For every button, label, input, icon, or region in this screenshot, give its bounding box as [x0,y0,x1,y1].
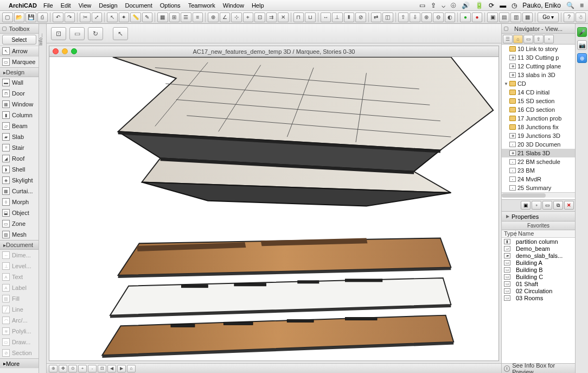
section-icon[interactable]: ⊘ [355,12,366,22]
tool-marquee[interactable]: ▭Marquee [0,56,39,67]
mark-green-icon[interactable]: ● [460,12,471,22]
tool-label[interactable]: ALabel [0,282,39,293]
tool-slab[interactable]: ▰Slab [0,131,39,142]
username[interactable]: Pauko, Eniko [522,2,561,9]
tool-section[interactable]: ⊘Section [0,347,39,358]
window2-icon[interactable]: ▤ [499,12,510,22]
window1-icon[interactable]: ▣ [487,12,498,22]
tool-zone[interactable]: ▭Zone [0,218,39,229]
battery-icon[interactable]: 🔋 [475,2,483,9]
wifi-icon[interactable]: ⦾ [451,2,456,9]
tool-skylight[interactable]: ◈Skylight [0,175,39,186]
nav-new-icon[interactable]: ▫ [532,201,541,210]
cut-icon[interactable]: ✂ [80,12,91,22]
window4-icon[interactable]: ▦ [522,12,533,22]
tool-arrow[interactable]: ↖Arrow [0,46,39,56]
undo-icon[interactable]: ↶ [53,12,63,22]
clock-icon[interactable]: ◷ [512,2,517,9]
go-button[interactable]: Go ▾ [538,12,559,22]
quick-cursor-icon[interactable]: ↖ [113,27,128,40]
elev-icon[interactable]: ⬍ [344,12,355,22]
tool-level[interactable]: ⊥Level... [0,261,39,271]
release-icon[interactable]: ⊖ [433,12,444,22]
tangent-icon[interactable]: ⌖ [243,12,254,22]
open-icon[interactable]: 📂 [14,12,25,22]
volume-icon[interactable]: 🔊 [462,2,470,9]
spotlight-icon[interactable]: 🔍 [566,2,574,9]
share-icon[interactable]: ⊕ [577,53,587,63]
bluetooth-icon[interactable]: ⌵ [442,2,445,9]
tool-column[interactable]: ▮Column [0,110,39,121]
tool-window[interactable]: ▦Window [0,99,39,110]
snap-icon[interactable]: ⊞ [169,12,180,22]
sb-next-icon[interactable]: ▶ [117,365,126,372]
tool-beam[interactable]: ▱Beam [0,121,39,131]
sb-home-icon[interactable]: ⌂ [127,365,136,372]
tool-fill[interactable]: ▨Fill [0,293,39,304]
save-icon[interactable]: 💾 [25,12,36,22]
person-icon[interactable]: ☃ [576,12,586,22]
nav-tab-publisher[interactable]: ⇧ [534,35,544,43]
pick-icon[interactable]: ⤢ [92,12,103,22]
print-icon[interactable]: ⎙ [37,12,48,22]
sync-icon[interactable]: ⟳ [489,2,494,9]
tool-mesh[interactable]: ▨Mesh [0,229,39,240]
menu-options[interactable]: Options [160,2,181,9]
menu-document[interactable]: Document [125,2,152,9]
level-icon[interactable]: ⊥ [332,12,343,22]
nav-tab-extra[interactable]: ▫ [544,35,554,43]
menu-design[interactable]: Design [99,2,117,9]
nav-tab-view[interactable]: ⌂ [513,35,523,43]
sb-zoomin-icon[interactable]: + [78,365,87,372]
tool-curtain[interactable]: ▩Curtai... [0,186,39,197]
sb-zoomout-icon[interactable]: - [88,365,97,372]
tool-roof[interactable]: ◢Roof [0,153,39,164]
constraint-icon[interactable]: ⊕ [208,12,219,22]
nav-folder-icon[interactable]: ▭ [542,201,552,210]
cursor-icon[interactable]: ↖ [107,12,118,22]
guide-icon[interactable]: ⊹ [231,12,242,22]
tool-door[interactable]: ⊓Door [0,88,39,99]
tool-morph[interactable]: ◊Morph [0,197,39,207]
mark-red-icon[interactable]: ● [472,12,483,22]
quick-move-icon[interactable]: ▭ [69,27,85,40]
maximize-icon[interactable] [71,48,77,54]
tool-arc[interactable]: ◠Arc/... [0,315,39,326]
help-icon[interactable]: ? [564,12,574,22]
tree-scrollbar[interactable] [502,192,575,198]
tool-dimension[interactable]: ↔Dime... [0,250,39,261]
group-icon[interactable]: ⊓ [293,12,304,22]
flag-icon[interactable]: ▬ [500,2,506,9]
xref-icon[interactable]: ✕ [278,12,289,22]
dim-icon[interactable]: ↔ [321,12,331,22]
favorites-header[interactable]: Type ▲ Name [502,230,575,238]
measure-icon[interactable]: 📏 [130,12,141,22]
display-icon[interactable]: ▭ [419,2,425,9]
layers-icon[interactable]: ☰ [181,12,191,22]
trace-icon[interactable]: ⊡ [254,12,265,22]
tool-polyline[interactable]: ≋Polyli... [0,326,39,337]
sb-pan-icon[interactable]: ✥ [59,365,67,372]
send-icon[interactable]: ⇧ [398,12,409,22]
suspend-icon[interactable]: ⊔ [305,12,316,22]
tool-shell[interactable]: ◗Shell [0,164,39,175]
quick-rect-icon[interactable]: ⊡ [51,27,66,40]
favorites-list[interactable]: ▮partition column ▱Demo_beam ▰demo_slab_… [502,238,575,363]
menu-teamwork[interactable]: Teamwork [188,2,215,9]
tool-stair[interactable]: ⌗Stair [0,142,39,153]
close-icon[interactable] [53,48,59,54]
reserve-icon[interactable]: ⊕ [421,12,432,22]
menu-view[interactable]: View [79,2,92,9]
design-header[interactable]: ▸ Design [0,67,39,77]
tw-icon[interactable]: ◐ [445,12,456,22]
nav-delete-icon[interactable]: ✕ [564,201,574,210]
info-box-preview[interactable]: iSee Info Box for Preview [502,363,575,373]
compare-icon[interactable]: ⇄ [371,12,382,22]
sb-fit-icon[interactable]: ⊡ [98,365,106,372]
offset-icon[interactable]: ⇉ [266,12,277,22]
properties-header[interactable]: ▶Properties [502,212,575,222]
menu-help[interactable]: Help [252,2,264,9]
info-strip[interactable]: Info... [39,24,47,373]
dropbox-icon[interactable]: ⇪ [431,2,436,9]
navigator-tree[interactable]: 10 Link to story ◈11 3D Cutting p ◈12 Cu… [502,45,575,200]
